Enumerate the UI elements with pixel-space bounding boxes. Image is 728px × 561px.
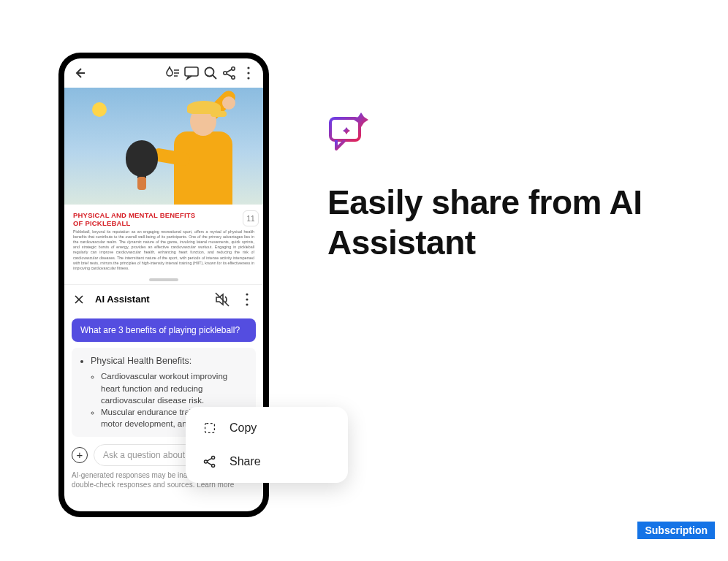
subscription-badge: Subscription (637, 522, 715, 539)
overflow-icon[interactable] (240, 64, 257, 82)
assistant-title: AI Assistant (95, 294, 206, 305)
svg-point-4 (232, 76, 235, 79)
answer-bullet: Cardiovascular workout improving heart f… (101, 370, 247, 405)
svg-point-13 (212, 456, 215, 459)
comment-icon[interactable] (183, 64, 200, 82)
assistant-overflow-icon[interactable] (238, 291, 256, 308)
copy-item[interactable]: Copy (186, 411, 348, 445)
copy-icon (202, 420, 218, 436)
mute-icon[interactable] (213, 291, 231, 308)
panel-drag-handle[interactable] (149, 278, 178, 281)
svg-point-6 (247, 72, 249, 74)
document-hero-image (64, 88, 263, 205)
svg-point-5 (247, 66, 249, 69)
copy-label: Copy (230, 421, 257, 435)
ai-assistant-logo-icon (327, 111, 371, 152)
share-item[interactable]: Share (186, 445, 348, 478)
svg-rect-0 (185, 67, 198, 76)
user-question-chip[interactable]: What are 3 benefits of playing picklebal… (72, 318, 256, 342)
document-text: 11 PHYSICAL AND MENTAL BENEFITS OF PICKL… (64, 205, 263, 274)
svg-point-3 (232, 67, 235, 70)
share-label: Share (230, 455, 261, 468)
add-button[interactable]: + (72, 447, 88, 463)
share-icon (202, 454, 218, 470)
close-icon[interactable] (72, 292, 86, 307)
share-icon[interactable] (221, 64, 238, 82)
document-title-2: OF PICKLEBALL (73, 220, 254, 228)
svg-point-14 (212, 464, 215, 467)
search-icon[interactable] (202, 64, 219, 82)
svg-point-2 (224, 72, 227, 75)
svg-point-9 (246, 298, 248, 300)
page-number-badge: 11 (243, 210, 259, 226)
app-bar (64, 58, 263, 88)
marketing-headline: Easily share from AI Assistant (327, 183, 693, 263)
svg-point-8 (246, 293, 248, 295)
document-body: Pickleball, beyond its reputation as an … (73, 229, 254, 271)
back-icon[interactable] (70, 64, 88, 82)
svg-point-12 (204, 460, 207, 463)
svg-point-7 (247, 77, 249, 79)
answer-heading: Physical Health Benefits: (91, 355, 247, 368)
document-area: 11 PHYSICAL AND MENTAL BENEFITS OF PICKL… (64, 88, 263, 284)
share-popover: Copy Share (186, 407, 348, 483)
svg-point-1 (205, 68, 214, 77)
svg-rect-11 (205, 424, 215, 433)
liquid-mode-icon[interactable] (164, 64, 181, 82)
svg-point-10 (246, 303, 248, 305)
assistant-header: AI Assistant (64, 285, 263, 314)
